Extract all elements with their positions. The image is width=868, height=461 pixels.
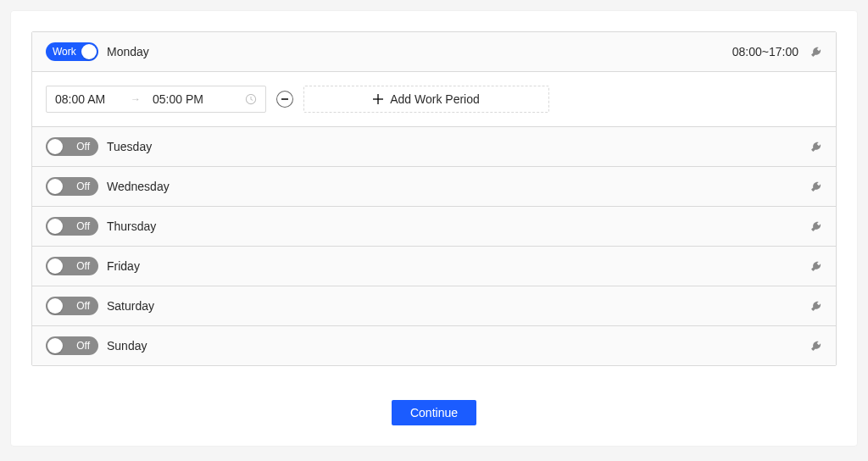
work-toggle-label: Off (76, 336, 90, 355)
work-toggle[interactable]: Off (46, 217, 98, 236)
wrench-icon (810, 141, 822, 153)
wrench-icon[interactable] (810, 340, 822, 352)
day-panel-header[interactable]: OffSunday (32, 326, 836, 365)
remove-period-button[interactable] (276, 91, 293, 108)
day-panel-header[interactable]: OffWednesday (32, 167, 836, 206)
arrow-right-icon: → (131, 93, 141, 105)
day-panel-header[interactable]: OffThursday (32, 207, 836, 246)
work-toggle-knob (47, 139, 63, 154)
end-time-input[interactable] (153, 92, 216, 106)
work-toggle-knob (47, 338, 63, 353)
day-panel: OffThursday (32, 207, 836, 247)
work-toggle-knob (47, 179, 63, 194)
wrench-icon[interactable] (810, 220, 822, 232)
footer: Continue (31, 400, 837, 425)
work-toggle[interactable]: Off (46, 257, 98, 275)
day-panel: OffSunday (32, 326, 836, 365)
day-panel-body: → Add Work Period (32, 71, 836, 126)
continue-button[interactable]: Continue (392, 400, 476, 425)
minus-icon (281, 98, 288, 99)
work-toggle[interactable]: Work (46, 42, 98, 61)
day-name: Monday (107, 45, 149, 58)
work-toggle[interactable]: Off (46, 177, 98, 196)
plus-icon (373, 94, 383, 104)
time-range-picker[interactable]: → (46, 86, 266, 113)
work-toggle-label: Work (53, 42, 76, 61)
day-panel-header[interactable]: OffFriday (32, 247, 836, 286)
work-toggle-knob (47, 219, 63, 234)
wrench-icon (810, 340, 822, 352)
work-toggle-knob (47, 258, 63, 274)
start-time-input[interactable] (55, 92, 119, 106)
work-toggle-label: Off (76, 217, 90, 236)
wrench-icon (810, 260, 822, 272)
day-name: Saturday (107, 299, 154, 313)
wrench-icon[interactable] (810, 141, 822, 153)
day-time-summary: 08:00~17:00 (732, 45, 798, 58)
clock-icon (245, 93, 257, 105)
day-name: Sunday (107, 339, 147, 353)
day-name: Thursday (107, 219, 156, 233)
days-collapse: WorkMonday08:00~17:00 → Add Work PeriodO… (31, 31, 837, 366)
work-toggle-knob (47, 298, 63, 314)
work-toggle-label: Off (76, 177, 90, 196)
day-panel: OffSaturday (32, 286, 836, 326)
day-panel-header[interactable]: OffSaturday (32, 286, 836, 325)
work-toggle-knob (81, 44, 97, 59)
work-toggle[interactable]: Off (46, 137, 98, 156)
wrench-icon[interactable] (810, 46, 822, 58)
day-panel: OffTuesday (32, 127, 836, 167)
work-toggle-label: Off (76, 257, 90, 275)
wrench-icon[interactable] (810, 181, 822, 192)
day-name: Friday (107, 259, 140, 273)
day-panel-header[interactable]: OffTuesday (32, 127, 836, 166)
day-panel-header[interactable]: WorkMonday08:00~17:00 (32, 32, 836, 71)
schedule-card: WorkMonday08:00~17:00 → Add Work PeriodO… (10, 10, 858, 447)
day-panel: OffFriday (32, 247, 836, 286)
day-panel: OffWednesday (32, 167, 836, 207)
day-name: Wednesday (107, 180, 170, 193)
add-period-button[interactable]: Add Work Period (303, 86, 549, 113)
wrench-icon (810, 181, 822, 192)
work-toggle-label: Off (76, 297, 90, 315)
wrench-icon (810, 300, 822, 312)
day-name: Tuesday (107, 140, 152, 153)
work-toggle[interactable]: Off (46, 336, 98, 355)
wrench-icon (810, 220, 822, 232)
day-panel: WorkMonday08:00~17:00 → Add Work Period (32, 32, 836, 127)
work-toggle[interactable]: Off (46, 297, 98, 315)
wrench-icon[interactable] (810, 260, 822, 272)
add-period-label: Add Work Period (390, 92, 480, 106)
work-toggle-label: Off (76, 137, 90, 156)
wrench-icon[interactable] (810, 300, 822, 312)
wrench-icon (810, 46, 822, 58)
